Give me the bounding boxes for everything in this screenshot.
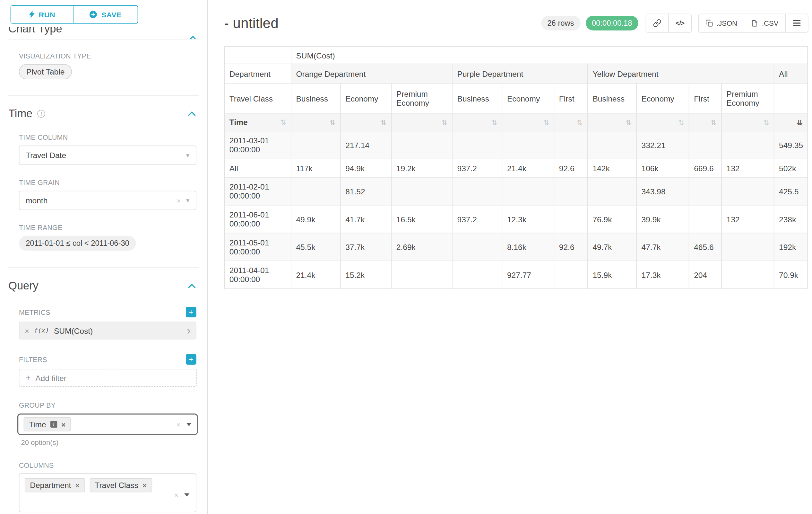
- add-metric-button[interactable]: +: [186, 307, 196, 317]
- cell: [391, 261, 452, 289]
- cell: [588, 131, 636, 159]
- cell: 19.2k: [391, 159, 452, 177]
- table-row: 2011-04-01 00:00:00 21.4k 15.2k 927.77 1…: [224, 261, 808, 289]
- save-button[interactable]: SAVE: [74, 6, 138, 23]
- time-column-label: TIME COLUMN: [19, 133, 196, 141]
- cell: 669.6: [689, 159, 722, 177]
- sort-icon[interactable]: ⇅: [678, 119, 684, 127]
- group-by-chip[interactable]: Time i ×: [24, 417, 71, 431]
- table-row: 2011-05-01 00:00:00 45.5k 37.7k 2.69k 8.…: [224, 233, 808, 261]
- sort-icon[interactable]: ⇅: [577, 119, 583, 127]
- time-grain-value: month: [26, 196, 48, 205]
- short-link-button[interactable]: [646, 14, 669, 32]
- cell: 937.2: [452, 205, 502, 233]
- time-grain-label: TIME GRAIN: [19, 179, 196, 187]
- column-header-cell: Business: [452, 83, 502, 113]
- remove-chip-icon[interactable]: ×: [75, 481, 79, 489]
- export-json-label: .JSON: [716, 19, 737, 27]
- sort-icon[interactable]: ⇅: [763, 119, 769, 127]
- run-save-button-group: RUN SAVE: [10, 5, 138, 23]
- visualization-type-pill[interactable]: Pivot Table: [19, 64, 72, 79]
- sort-icon[interactable]: ⇅: [442, 119, 447, 127]
- group-by-label: GROUP BY: [19, 402, 56, 410]
- cell: 2.69k: [391, 233, 452, 261]
- clear-icon[interactable]: ×: [176, 420, 180, 429]
- metric-chip[interactable]: × f(x) SUM(Cost) ›: [19, 322, 196, 340]
- group-header-cell: Orange Department: [291, 64, 452, 83]
- export-csv-button[interactable]: .CSV: [745, 14, 786, 32]
- dropdown-arrow-icon[interactable]: [186, 423, 192, 426]
- sort-icon[interactable]: ⇅: [626, 119, 632, 127]
- embed-code-button[interactable]: </>: [669, 14, 691, 32]
- time-range-pill[interactable]: 2011-01-01 ≤ col < 2011-06-30: [19, 236, 136, 250]
- columns-label-row: COLUMNS: [19, 461, 196, 469]
- group-header-cell: Purple Department: [452, 64, 588, 83]
- cell: 12.3k: [502, 205, 554, 233]
- column-header-cell: First: [689, 83, 722, 113]
- group-by-select[interactable]: Time i × ×: [17, 413, 198, 435]
- add-filter-plus-button[interactable]: +: [186, 354, 196, 364]
- cell: [689, 131, 722, 159]
- dropdown-arrow-icon[interactable]: [184, 493, 190, 497]
- time-column-select[interactable]: Travel Date ▾: [19, 145, 196, 165]
- table-row: 2011-02-01 00:00:00 81.52 343.98 425.5: [224, 177, 808, 205]
- cell: 15.9k: [588, 261, 636, 289]
- time-grain-select[interactable]: month × ▾: [19, 191, 196, 210]
- remove-metric-icon[interactable]: ×: [25, 326, 29, 335]
- chevron-up-icon[interactable]: [188, 283, 196, 288]
- metric-header-cell: SUM(Cost): [291, 47, 808, 64]
- cell: [391, 131, 452, 159]
- cell: 238k: [774, 205, 808, 233]
- sort-icon[interactable]: ⇅: [491, 119, 497, 127]
- cell: 549.35: [774, 131, 808, 159]
- column-header-cell: Business: [588, 83, 636, 113]
- control-panel: RUN SAVE Chart Type VISUALIZATION TYPE P…: [0, 0, 208, 514]
- time-column-value: Travel Date: [26, 151, 66, 160]
- cell: 21.4k: [502, 159, 554, 177]
- cell: [452, 261, 502, 289]
- cell: [502, 131, 554, 159]
- pivot-table: SUM(Cost) Department Orange Department P…: [224, 46, 808, 289]
- cell: 76.9k: [588, 205, 636, 233]
- group-by-chip-label: Time: [29, 420, 46, 429]
- sort-icon[interactable]: ⇅: [543, 119, 549, 127]
- sort-icon[interactable]: ⇅: [281, 118, 286, 126]
- clear-icon[interactable]: ×: [174, 491, 178, 499]
- remove-chip-icon[interactable]: ×: [61, 420, 65, 429]
- cell: [291, 131, 341, 159]
- add-filter-button[interactable]: + Add filter: [19, 369, 197, 387]
- chevron-up-icon[interactable]: [188, 111, 196, 116]
- time-section-header[interactable]: Time i: [8, 107, 199, 120]
- sort-icon[interactable]: ⇅: [329, 119, 336, 127]
- row-header: 2011-04-01 00:00:00: [224, 261, 291, 289]
- columns-chips: Department × Travel Class ×: [25, 478, 191, 492]
- cell: [689, 205, 722, 233]
- cell: 47.7k: [636, 233, 689, 261]
- query-timer-badge: 00:00:00.18: [585, 16, 638, 30]
- export-json-button[interactable]: .JSON: [698, 14, 745, 32]
- cell: 217.14: [341, 131, 392, 159]
- sort-descending-icon[interactable]: ⇊: [797, 119, 803, 127]
- cell: 45.5k: [291, 233, 341, 261]
- remove-chip-icon[interactable]: ×: [143, 481, 147, 489]
- row-dimension-label: Time: [230, 117, 248, 127]
- chevron-up-icon[interactable]: [189, 36, 197, 39]
- sort-icon[interactable]: ⇅: [711, 119, 717, 127]
- chevron-right-icon[interactable]: ›: [187, 325, 191, 336]
- select-controls: ×: [176, 420, 192, 429]
- clear-icon[interactable]: ×: [176, 196, 181, 205]
- cell: 132: [722, 205, 774, 233]
- code-icon: </>: [675, 20, 684, 27]
- query-section-header[interactable]: Query: [8, 279, 199, 292]
- cell: 117k: [291, 159, 341, 177]
- select-controls: ×: [174, 491, 190, 499]
- chart-title[interactable]: - untitled: [224, 15, 541, 31]
- columns-chip[interactable]: Travel Class ×: [90, 478, 152, 492]
- columns-chip[interactable]: Department ×: [25, 478, 85, 492]
- table-row: 2011-06-01 00:00:00 49.9k 41.7k 16.5k 93…: [224, 205, 808, 233]
- run-button[interactable]: RUN: [11, 6, 74, 23]
- columns-select[interactable]: Department × Travel Class × ×: [19, 474, 196, 512]
- share-button-group: </>: [646, 14, 692, 33]
- sort-icon[interactable]: ⇅: [381, 119, 386, 127]
- menu-button[interactable]: [786, 14, 808, 32]
